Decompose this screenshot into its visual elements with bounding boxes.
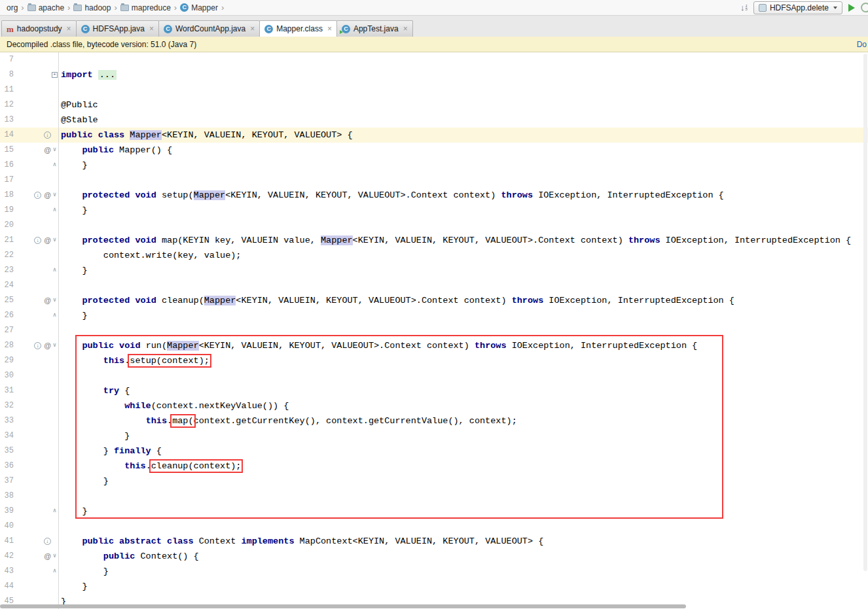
run-config-icon [759,4,767,12]
horizontal-scrollbar-thumb[interactable] [0,604,686,608]
vertical-scrollbar[interactable] [863,52,868,609]
code-line-8[interactable]: import ... [58,67,868,82]
fold-collapse-icon[interactable]: ∧ [51,564,58,579]
line-number: 32 [0,398,17,413]
overridden-marker-icon[interactable]: ↓ [44,538,51,545]
overridden-marker-icon[interactable]: ↓ [44,131,51,139]
fold-column [51,128,58,143]
code-line-43[interactable]: } [58,564,868,579]
editor-lines: 78+import ...1112@Public13@Stable14↓publ… [0,52,868,609]
banner-link[interactable]: Do [857,40,867,49]
down-arrow-icon[interactable]: ↓15 [740,3,748,12]
code-line-28[interactable]: public void run(Mapper<KEYIN, VALUEIN, K… [58,338,868,353]
code-line-35[interactable]: } finally { [58,444,868,459]
code-line-20[interactable] [58,218,868,233]
code-line-14[interactable]: public class Mapper<KEYIN, VALUEIN, KEYO… [58,128,868,143]
code-line-13[interactable]: @Stable [58,113,868,128]
code-line-27[interactable] [58,323,868,338]
code-line-42[interactable]: public Context() { [58,549,868,564]
fold-column [51,278,58,293]
code-text [61,341,82,351]
fold-collapse-icon[interactable]: ∧ [51,158,58,173]
editor-line: 31 try { [0,383,868,398]
code-line-30[interactable] [58,368,868,383]
line-number: 37 [0,474,17,489]
code-line-18[interactable]: protected void setup(Mapper<KEYIN, VALUE… [58,188,868,203]
fold-collapse-icon[interactable]: ∨ [51,143,58,158]
code-line-44[interactable]: } [58,579,868,594]
code-line-16[interactable]: } [58,158,868,173]
code-line-19[interactable]: } [58,203,868,218]
tab-label: hadoopstudy [17,24,62,33]
code-line-38[interactable] [58,489,868,504]
overridden-marker-icon[interactable]: ↓ [34,192,41,199]
code-line-34[interactable]: } [58,428,868,444]
code-line-31[interactable]: try { [58,383,868,398]
code-line-39[interactable]: } [58,504,868,519]
partial-circle-icon[interactable] [861,3,868,12]
code-line-15[interactable]: public Mapper() { [58,143,868,158]
close-icon[interactable]: × [250,24,255,33]
code-line-25[interactable]: protected void cleanup(Mapper<KEYIN, VAL… [58,293,868,308]
tab-mapper-class[interactable]: CMapper.class× [259,20,337,37]
tab-hadoopstudy[interactable]: mhadoopstudy× [1,20,77,37]
code-text: } [61,160,88,170]
keyword: throws [628,235,660,245]
fold-expand-icon[interactable]: + [52,72,58,78]
keyword: protected void [82,235,156,245]
code-line-32[interactable]: while(context.nextKeyValue()) { [58,398,868,413]
breadcrumb-item-apache[interactable]: apache [26,3,65,13]
close-icon[interactable]: × [327,24,332,33]
fold-collapse-icon[interactable]: ∧ [51,263,58,278]
code-line-29[interactable]: this.setup(context); [58,353,868,368]
run-button[interactable] [848,4,855,12]
vertical-scrollbar-thumb[interactable] [863,54,867,571]
line-number: 24 [0,278,17,293]
code-line-11[interactable] [58,82,868,97]
tab-apptest-java[interactable]: CAppTest.java× [336,20,413,37]
close-icon[interactable]: × [149,24,154,33]
code-line-33[interactable]: this.map(context.getCurrentKey(), contex… [58,413,868,428]
breadcrumb-item-mapreduce[interactable]: mapreduce [119,3,172,13]
fold-collapse-icon[interactable]: ∧ [51,308,58,323]
fold-collapse-icon[interactable]: ∨ [51,338,58,353]
breadcrumb-item-org[interactable]: org [5,3,19,13]
editor-line: 25@∨ protected void cleanup(Mapper<KEYIN… [0,293,868,308]
code-line-24[interactable] [58,278,868,293]
overridden-marker-icon[interactable]: ↓ [34,237,41,244]
code-line-40[interactable] [58,519,868,534]
tab-hdfsapp-java[interactable]: CHDFSApp.java× [76,20,159,37]
editor-line: 7 [0,52,868,67]
code-line-41[interactable]: public abstract class Context implements… [58,534,868,549]
close-icon[interactable]: × [67,24,71,33]
code-editor[interactable]: 78+import ...1112@Public13@Stable14↓publ… [0,52,868,609]
fold-collapse-icon[interactable]: ∨ [51,549,58,564]
code-line-36[interactable]: this.cleanup(context); [58,459,868,474]
keyword: public abstract class [82,536,193,546]
gutter-icons [17,579,51,594]
annotation-marker-icon: @ [44,297,51,304]
run-config-select[interactable]: HDFSApp.delete [753,1,842,14]
fold-collapse-icon[interactable]: ∧ [51,504,58,519]
code-line-37[interactable]: } [58,474,868,489]
breadcrumb-item-mapper[interactable]: CMapper [179,3,219,13]
close-icon[interactable]: × [403,24,408,33]
tab-wordcountapp-java[interactable]: CWordCountApp.java× [158,20,260,37]
fold-column [51,428,58,444]
fold-collapse-icon[interactable]: ∨ [51,188,58,203]
code-line-17[interactable] [58,173,868,188]
code-line-26[interactable]: } [58,308,868,323]
breadcrumb-item-hadoop[interactable]: hadoop [72,3,112,13]
overridden-marker-icon[interactable]: ↓ [34,342,41,349]
folded-imports-placeholder: ... [98,70,117,80]
code-line-21[interactable]: protected void map(KEYIN key, VALUEIN va… [58,233,868,248]
keyword: implements [241,536,294,546]
fold-collapse-icon[interactable]: ∧ [51,203,58,218]
fold-collapse-icon[interactable]: ∨ [51,233,58,248]
keyword: public void [82,341,140,351]
fold-collapse-icon[interactable]: ∨ [51,293,58,308]
code-line-7[interactable] [58,52,868,67]
code-line-12[interactable]: @Public [58,97,868,113]
code-line-22[interactable]: context.write(key, value); [58,248,868,263]
code-line-23[interactable]: } [58,263,868,278]
